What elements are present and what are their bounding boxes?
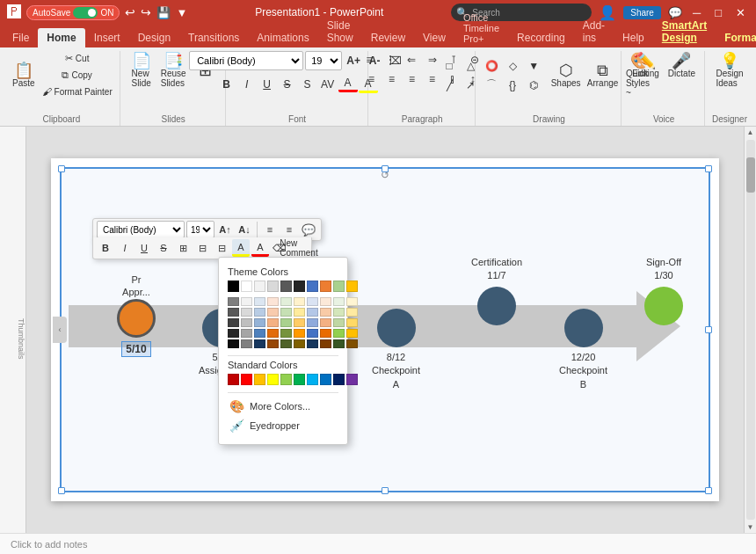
- shade-4-3[interactable]: [254, 329, 265, 338]
- shade-2-5[interactable]: [280, 308, 292, 317]
- swatch-white[interactable]: [241, 281, 252, 292]
- dictate-button[interactable]: 🎤 Dictate: [665, 51, 699, 80]
- shade-5-1[interactable]: [228, 339, 239, 348]
- swatch-yellow[interactable]: [346, 281, 358, 292]
- tab-smartart[interactable]: SmartArt Design: [653, 16, 716, 47]
- shade-1-9[interactable]: [333, 297, 345, 306]
- notes-bar[interactable]: Click to add notes: [0, 533, 756, 554]
- shape-3[interactable]: ⭕: [482, 57, 501, 75]
- shade-2-10[interactable]: [346, 308, 358, 317]
- indent-decrease-button[interactable]: ⇐: [402, 51, 421, 69]
- std-6[interactable]: [294, 374, 305, 385]
- align-center-button[interactable]: ≡: [382, 70, 402, 88]
- shade-2-4[interactable]: [267, 308, 279, 317]
- tab-review[interactable]: Review: [362, 28, 414, 47]
- tab-home[interactable]: Home: [38, 28, 84, 47]
- char-spacing-button[interactable]: AV: [318, 76, 338, 93]
- shape-2[interactable]: △: [461, 57, 480, 75]
- handle-mr[interactable]: [705, 326, 712, 333]
- shade-2-7[interactable]: [307, 308, 318, 317]
- tab-design[interactable]: Design: [129, 28, 179, 47]
- shade-1-4[interactable]: [267, 297, 279, 306]
- font-size-select[interactable]: 19: [305, 51, 342, 70]
- shape-9[interactable]: ⌬: [524, 77, 543, 94]
- shade-2-1[interactable]: [228, 308, 239, 317]
- shape-4[interactable]: ◇: [503, 57, 522, 75]
- swatch-black[interactable]: [228, 281, 239, 292]
- shade-1-8[interactable]: [320, 297, 331, 306]
- shade-5-4[interactable]: [267, 339, 279, 348]
- swatch-orange[interactable]: [320, 281, 331, 292]
- shade-3-9[interactable]: [333, 318, 345, 327]
- mini-comment[interactable]: 💬: [300, 221, 317, 238]
- collapse-panel-btn[interactable]: ‹: [53, 317, 67, 343]
- shade-4-4[interactable]: [267, 329, 279, 338]
- font-family-select[interactable]: Calibri (Body): [189, 51, 303, 70]
- mini-bold[interactable]: B: [97, 239, 114, 257]
- shade-2-2[interactable]: [241, 308, 252, 317]
- std-1[interactable]: [228, 374, 239, 385]
- shade-5-8[interactable]: [320, 339, 331, 348]
- mini-align4[interactable]: ⊟: [213, 239, 230, 257]
- shade-1-5[interactable]: [280, 297, 292, 306]
- shade-2-6[interactable]: [294, 308, 305, 317]
- font-color-button[interactable]: A: [338, 75, 358, 92]
- shade-5-3[interactable]: [254, 339, 265, 348]
- shade-1-7[interactable]: [307, 297, 318, 306]
- mini-align-center[interactable]: ≡: [280, 221, 298, 238]
- close-btn[interactable]: ✕: [732, 6, 749, 19]
- shade-3-3[interactable]: [254, 318, 265, 327]
- shade-1-1[interactable]: [228, 297, 239, 306]
- handle-bl[interactable]: [58, 487, 65, 494]
- scroll-down-btn[interactable]: ▼: [745, 521, 756, 533]
- swatch-gray2[interactable]: [267, 281, 279, 292]
- shade-4-10[interactable]: [346, 329, 358, 338]
- mini-decrease-font[interactable]: A↓: [236, 221, 253, 238]
- shade-5-6[interactable]: [294, 339, 305, 348]
- shade-3-10[interactable]: [346, 318, 358, 327]
- std-7[interactable]: [307, 374, 318, 385]
- handle-tl[interactable]: [58, 165, 65, 172]
- shade-4-6[interactable]: [294, 329, 305, 338]
- shapes-button[interactable]: ⬡ Shapes: [549, 61, 583, 90]
- eyedropper-option[interactable]: 💉 Eyedropper: [228, 416, 338, 435]
- shade-3-6[interactable]: [294, 318, 305, 327]
- shape-1[interactable]: □: [440, 57, 459, 75]
- design-ideas-button[interactable]: 💡 DesignIdeas: [712, 51, 746, 90]
- shade-2-3[interactable]: [254, 308, 265, 317]
- format-painter-button[interactable]: 🖌 Format Painter: [40, 84, 114, 98]
- scroll-thumb[interactable]: [746, 157, 755, 193]
- scroll-up-btn[interactable]: ▲: [745, 127, 756, 138]
- shade-5-10[interactable]: [346, 339, 358, 348]
- shade-5-5[interactable]: [280, 339, 292, 348]
- swatch-gray1[interactable]: [254, 281, 265, 292]
- swatch-green[interactable]: [333, 281, 345, 292]
- align-left-button[interactable]: ≡: [362, 70, 382, 88]
- shade-5-7[interactable]: [307, 339, 318, 348]
- mini-strikethrough[interactable]: S: [155, 239, 172, 257]
- mini-align3[interactable]: ⊟: [193, 239, 211, 257]
- more-colors-option[interactable]: 🎨 More Colors...: [228, 397, 338, 416]
- shape-8[interactable]: {}: [503, 77, 522, 94]
- shade-4-7[interactable]: [307, 329, 318, 338]
- mini-font-color[interactable]: A: [251, 239, 269, 257]
- std-10[interactable]: [346, 374, 358, 385]
- bold-button[interactable]: B: [217, 76, 236, 93]
- new-slide-button[interactable]: 📄 NewSlide: [127, 51, 156, 90]
- shape-6[interactable]: ↗: [461, 77, 480, 94]
- mini-italic[interactable]: I: [116, 239, 134, 257]
- shade-3-1[interactable]: [228, 318, 239, 327]
- editing-button[interactable]: ✏️ Editing: [629, 51, 663, 80]
- shade-4-8[interactable]: [320, 329, 331, 338]
- mini-align-left[interactable]: ≡: [261, 221, 279, 238]
- mini-new-comment[interactable]: NewComment: [290, 239, 308, 257]
- mini-size-select[interactable]: 19: [186, 221, 214, 238]
- handle-tm[interactable]: [382, 165, 389, 172]
- shade-2-9[interactable]: [333, 308, 345, 317]
- main-slide-area[interactable]: ‹ ↺: [26, 127, 744, 533]
- mini-highlight[interactable]: A: [232, 239, 250, 257]
- swatch-blue[interactable]: [307, 281, 318, 292]
- swatch-gray4[interactable]: [294, 281, 305, 292]
- shade-2-8[interactable]: [320, 308, 331, 317]
- shade-5-9[interactable]: [333, 339, 345, 348]
